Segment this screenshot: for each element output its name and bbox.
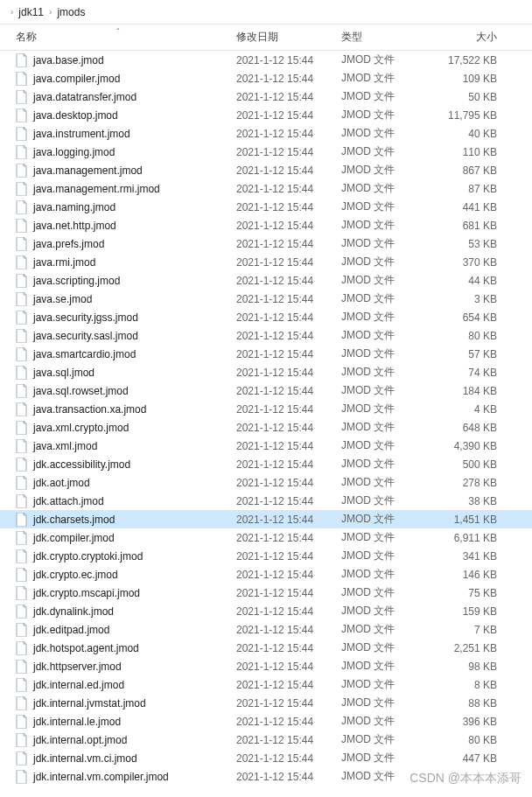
file-name: jdk.aot.jmod xyxy=(33,477,90,489)
file-type: JMOD 文件 xyxy=(341,732,429,747)
file-row[interactable]: jdk.internal.vm.compiler.jmod2021-1-12 1… xyxy=(0,767,532,786)
file-type: JMOD 文件 xyxy=(341,291,429,306)
file-row[interactable]: jdk.hotspot.agent.jmod2021-1-12 15:44JMO… xyxy=(0,639,532,657)
file-type: JMOD 文件 xyxy=(341,163,429,178)
file-row[interactable]: java.se.jmod2021-1-12 15:44JMOD 文件3 KB xyxy=(0,290,532,308)
file-row[interactable]: jdk.crypto.mscapi.jmod2021-1-12 15:44JMO… xyxy=(0,584,532,602)
file-row[interactable]: jdk.internal.ed.jmod2021-1-12 15:44JMOD … xyxy=(0,675,532,694)
file-row[interactable]: jdk.aot.jmod2021-1-12 15:44JMOD 文件278 KB xyxy=(0,473,532,492)
file-type: JMOD 文件 xyxy=(341,622,429,637)
file-row[interactable]: jdk.internal.jvmstat.jmod2021-1-12 15:44… xyxy=(0,694,532,712)
header-type[interactable]: 类型 xyxy=(341,30,429,45)
file-name: jdk.dynalink.jmod xyxy=(33,605,114,618)
file-row[interactable]: java.rmi.jmod2021-1-12 15:44JMOD 文件370 K… xyxy=(0,253,532,271)
file-row[interactable]: jdk.crypto.cryptoki.jmod2021-1-12 15:44J… xyxy=(0,547,532,565)
file-size: 87 KB xyxy=(429,183,516,195)
file-list[interactable]: java.base.jmod2021-1-12 15:44JMOD 文件17,5… xyxy=(0,51,532,786)
file-row[interactable]: java.xml.jmod2021-1-12 15:44JMOD 文件4,390… xyxy=(0,437,532,455)
file-icon xyxy=(16,568,28,582)
file-icon xyxy=(16,72,28,86)
file-size: 4,390 KB xyxy=(429,440,516,452)
file-date: 2021-1-12 15:44 xyxy=(236,73,341,85)
file-row[interactable]: java.net.http.jmod2021-1-12 15:44JMOD 文件… xyxy=(0,216,532,234)
file-name: java.management.jmod xyxy=(33,164,143,177)
breadcrumb-parent[interactable]: jdk11 xyxy=(18,6,44,18)
file-name: java.sql.rowset.jmod xyxy=(33,385,129,397)
file-type: JMOD 文件 xyxy=(341,255,429,269)
file-row[interactable]: java.prefs.jmod2021-1-12 15:44JMOD 文件53 … xyxy=(0,234,532,253)
file-row[interactable]: jdk.dynalink.jmod2021-1-12 15:44JMOD 文件1… xyxy=(0,602,532,620)
file-row[interactable]: java.xml.crypto.jmod2021-1-12 15:44JMOD … xyxy=(0,418,532,437)
file-name: java.security.sasl.jmod xyxy=(33,330,138,342)
file-size: 38 KB xyxy=(429,495,516,507)
file-name: jdk.compiler.jmod xyxy=(33,532,115,544)
file-row[interactable]: jdk.internal.le.jmod2021-1-12 15:44JMOD … xyxy=(0,712,532,731)
file-name: jdk.internal.vm.ci.jmod xyxy=(33,752,137,765)
file-row[interactable]: java.naming.jmod2021-1-12 15:44JMOD 文件44… xyxy=(0,198,532,216)
header-date[interactable]: 修改日期 xyxy=(236,30,341,45)
file-name: java.sql.jmod xyxy=(33,367,94,379)
file-type: JMOD 文件 xyxy=(341,420,429,435)
file-icon xyxy=(16,752,28,766)
file-date: 2021-1-12 15:44 xyxy=(236,771,341,783)
file-row[interactable]: jdk.accessibility.jmod2021-1-12 15:44JMO… xyxy=(0,455,532,473)
file-row[interactable]: java.scripting.jmod2021-1-12 15:44JMOD 文… xyxy=(0,271,532,290)
file-row[interactable]: jdk.compiler.jmod2021-1-12 15:44JMOD 文件6… xyxy=(0,528,532,547)
file-row[interactable]: java.security.jgss.jmod2021-1-12 15:44JM… xyxy=(0,308,532,326)
file-icon xyxy=(16,678,28,692)
file-name: java.desktop.jmod xyxy=(33,109,118,122)
file-row[interactable]: java.instrument.jmod2021-1-12 15:44JMOD … xyxy=(0,124,532,143)
file-row[interactable]: java.datatransfer.jmod2021-1-12 15:44JMO… xyxy=(0,87,532,106)
file-row[interactable]: jdk.crypto.ec.jmod2021-1-12 15:44JMOD 文件… xyxy=(0,565,532,584)
file-row[interactable]: jdk.internal.opt.jmod2021-1-12 15:44JMOD… xyxy=(0,731,532,749)
file-name: java.prefs.jmod xyxy=(33,238,104,250)
file-name: java.management.rmi.jmod xyxy=(33,183,160,195)
file-row[interactable]: java.security.sasl.jmod2021-1-12 15:44JM… xyxy=(0,326,532,345)
file-row[interactable]: jdk.charsets.jmod2021-1-12 15:44JMOD 文件1… xyxy=(0,510,532,528)
file-row[interactable]: java.base.jmod2021-1-12 15:44JMOD 文件17,5… xyxy=(0,51,532,69)
file-date: 2021-1-12 15:44 xyxy=(236,458,341,471)
file-row[interactable]: java.sql.jmod2021-1-12 15:44JMOD 文件74 KB xyxy=(0,363,532,381)
file-row[interactable]: java.logging.jmod2021-1-12 15:44JMOD 文件1… xyxy=(0,143,532,161)
file-type: JMOD 文件 xyxy=(341,181,429,196)
file-row[interactable]: java.smartcardio.jmod2021-1-12 15:44JMOD… xyxy=(0,345,532,363)
file-icon xyxy=(16,641,28,655)
file-row[interactable]: java.transaction.xa.jmod2021-1-12 15:44J… xyxy=(0,400,532,418)
file-type: JMOD 文件 xyxy=(341,126,429,141)
file-type: JMOD 文件 xyxy=(341,751,429,766)
file-size: 7 KB xyxy=(429,624,516,636)
file-row[interactable]: jdk.httpserver.jmod2021-1-12 15:44JMOD 文… xyxy=(0,657,532,675)
file-size: 98 KB xyxy=(429,661,516,673)
file-size: 648 KB xyxy=(429,422,516,434)
file-type: JMOD 文件 xyxy=(341,457,429,472)
file-row[interactable]: java.desktop.jmod2021-1-12 15:44JMOD 文件1… xyxy=(0,106,532,124)
file-size: 75 KB xyxy=(429,587,516,599)
file-icon xyxy=(16,660,28,674)
file-name: java.logging.jmod xyxy=(33,146,115,158)
file-date: 2021-1-12 15:44 xyxy=(236,367,341,379)
file-row[interactable]: jdk.editpad.jmod2021-1-12 15:44JMOD 文件7 … xyxy=(0,620,532,639)
file-icon xyxy=(16,494,28,508)
file-type: JMOD 文件 xyxy=(341,640,429,655)
file-row[interactable]: java.sql.rowset.jmod2021-1-12 15:44JMOD … xyxy=(0,381,532,400)
file-row[interactable]: java.management.jmod2021-1-12 15:44JMOD … xyxy=(0,161,532,179)
file-row[interactable]: jdk.attach.jmod2021-1-12 15:44JMOD 文件38 … xyxy=(0,492,532,510)
breadcrumb[interactable]: › jdk11 › jmods xyxy=(0,0,532,24)
file-size: 867 KB xyxy=(429,164,516,177)
file-size: 2,251 KB xyxy=(429,642,516,654)
header-size[interactable]: 大小 xyxy=(429,30,516,45)
file-icon xyxy=(16,292,28,306)
file-date: 2021-1-12 15:44 xyxy=(236,422,341,434)
file-size: 146 KB xyxy=(429,569,516,581)
file-type: JMOD 文件 xyxy=(341,567,429,582)
file-icon xyxy=(16,219,28,233)
file-name: java.net.http.jmod xyxy=(33,220,116,232)
file-icon xyxy=(16,127,28,141)
header-name[interactable]: 名称 ˆ xyxy=(0,30,236,45)
file-icon xyxy=(16,200,28,214)
file-row[interactable]: jdk.internal.vm.ci.jmod2021-1-12 15:44JM… xyxy=(0,749,532,767)
file-row[interactable]: java.management.rmi.jmod2021-1-12 15:44J… xyxy=(0,179,532,198)
file-type: JMOD 文件 xyxy=(341,346,429,361)
file-row[interactable]: java.compiler.jmod2021-1-12 15:44JMOD 文件… xyxy=(0,69,532,87)
breadcrumb-current[interactable]: jmods xyxy=(57,6,85,18)
